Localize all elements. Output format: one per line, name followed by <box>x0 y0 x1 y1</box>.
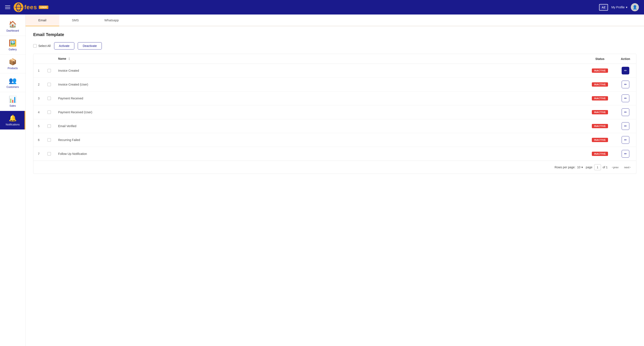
logo-text: fees <box>24 4 37 11</box>
sidebar-item-label: Customers <box>6 86 19 89</box>
hamburger-menu[interactable] <box>5 6 10 9</box>
sidebar-item-label: Products <box>8 67 18 70</box>
edit-button[interactable]: ✏ <box>622 81 629 88</box>
col-num <box>34 54 44 64</box>
row-num: 4 <box>34 105 44 119</box>
row-name: Payment Received <box>55 92 585 105</box>
select-all-wrapper: Select All <box>33 44 51 48</box>
edit-button[interactable]: ✏ <box>622 136 629 144</box>
row-status: INACTIVE <box>585 119 615 133</box>
tab-sms[interactable]: SMS <box>59 15 92 26</box>
row-name: Payment Received (User) <box>55 105 585 119</box>
table-row: 2 Invoice Created (User) INACTIVE ✏ <box>34 78 636 92</box>
tab-whatsapp[interactable]: Whatsapp <box>92 15 132 26</box>
col-check <box>44 54 55 64</box>
main-layout: 🏠 Dashboard 🖼️ Gallery 📦 Products 👥 Cust… <box>0 15 644 346</box>
sidebar-item-products[interactable]: 📦 Products <box>0 55 25 73</box>
row-checkbox[interactable] <box>48 110 51 114</box>
select-all-checkbox[interactable] <box>33 44 37 48</box>
sidebar-item-label: Notifications <box>6 123 20 126</box>
row-num: 5 <box>34 119 44 133</box>
profile-link[interactable]: My Profile ▾ <box>612 6 628 9</box>
rows-per-page-select[interactable]: 10 ▾ <box>577 165 583 169</box>
col-action: Action <box>615 54 636 64</box>
navbar-right: AZ My Profile ▾ 👤 <box>599 3 639 11</box>
row-num: 6 <box>34 133 44 147</box>
navbar-left: fees USER <box>5 2 48 12</box>
sidebar-item-label: Gallery <box>8 48 16 51</box>
edit-button[interactable]: ✏ <box>622 122 629 130</box>
sidebar-item-notifications[interactable]: 🔔 Notifications <box>0 111 25 129</box>
row-action: ✏ <box>615 105 636 119</box>
table-header: Name ▲ ▼ Status Action <box>34 54 636 64</box>
status-badge: INACTIVE <box>592 138 608 142</box>
sidebar-item-label: Dashboard <box>6 29 19 32</box>
current-page-box[interactable]: 1 <box>594 164 601 170</box>
table-body: 1 Invoice Created INACTIVE ✏ 2 Invoice C… <box>34 64 636 161</box>
avatar: 👤 <box>631 3 639 11</box>
profile-dropdown-icon: ▾ <box>626 6 628 9</box>
row-status: INACTIVE <box>585 147 615 161</box>
rows-per-page-value: 10 <box>577 165 580 169</box>
col-status: Status <box>585 54 615 64</box>
deactivate-button[interactable]: Deactivate <box>78 42 102 50</box>
row-action: ✏ <box>615 133 636 147</box>
sales-icon: 📊 <box>9 96 16 103</box>
row-name: Invoice Created <box>55 64 585 78</box>
table-row: 6 Recurring Failed INACTIVE ✏ <box>34 133 636 147</box>
status-badge: INACTIVE <box>592 69 608 73</box>
sidebar-item-customers[interactable]: 👥 Customers <box>0 73 25 92</box>
table: Name ▲ ▼ Status Action 1 <box>34 54 636 161</box>
row-name: Recurring Failed <box>55 133 585 147</box>
activate-button[interactable]: Activate <box>54 42 74 50</box>
next-button[interactable]: next › <box>623 165 632 170</box>
status-badge: INACTIVE <box>592 82 608 87</box>
total-pages-label: of 1 <box>603 165 608 169</box>
edit-button[interactable]: ✏ <box>622 94 629 102</box>
row-action: ✏ <box>615 92 636 105</box>
sidebar-item-sales[interactable]: 📊 Sales <box>0 92 25 111</box>
row-checkbox-cell <box>44 64 55 78</box>
row-checkbox[interactable] <box>48 138 51 142</box>
edit-button[interactable]: ✏ <box>622 150 629 158</box>
pagination-row: Rows per page: 10 ▾ page 1 of 1 ‹ prev <box>34 161 636 174</box>
row-checkbox[interactable] <box>48 152 51 155</box>
tab-email[interactable]: Email <box>26 15 59 26</box>
profile-label: My Profile <box>612 6 624 9</box>
status-badge: INACTIVE <box>592 124 608 128</box>
sidebar-item-dashboard[interactable]: 🏠 Dashboard <box>0 17 25 36</box>
gallery-icon: 🖼️ <box>9 39 16 47</box>
sidebar-item-label: Sales <box>9 104 16 107</box>
sidebar-item-gallery[interactable]: 🖼️ Gallery <box>0 36 25 55</box>
edit-button[interactable]: ✏ <box>622 108 629 116</box>
row-num: 2 <box>34 78 44 92</box>
row-checkbox[interactable] <box>48 69 51 72</box>
row-status: INACTIVE <box>585 133 615 147</box>
row-checkbox[interactable] <box>48 97 51 100</box>
user-badge: USER <box>39 6 48 9</box>
row-name: Email Verified <box>55 119 585 133</box>
row-checkbox[interactable] <box>48 83 51 86</box>
row-checkbox[interactable] <box>48 124 51 128</box>
language-button[interactable]: AZ <box>599 4 608 11</box>
row-status: INACTIVE <box>585 78 615 92</box>
row-checkbox-cell <box>44 119 55 133</box>
row-num: 3 <box>34 92 44 105</box>
row-status: INACTIVE <box>585 64 615 78</box>
customers-icon: 👥 <box>9 77 16 84</box>
table-row: 7 Follow Up Notification INACTIVE ✏ <box>34 147 636 161</box>
prev-button[interactable]: ‹ prev <box>610 165 620 170</box>
row-action: ✏ <box>615 147 636 161</box>
logo-container: fees USER <box>14 2 48 12</box>
tab-bar: Email SMS Whatsapp <box>26 15 644 26</box>
row-name: Invoice Created (User) <box>55 78 585 92</box>
edit-button[interactable]: ✏ <box>622 67 629 74</box>
row-checkbox-cell <box>44 133 55 147</box>
sidebar: 🏠 Dashboard 🖼️ Gallery 📦 Products 👥 Cust… <box>0 15 26 346</box>
row-status: INACTIVE <box>585 92 615 105</box>
content-inner: Email Template Select All Activate Deact… <box>26 26 644 180</box>
rows-per-page: Rows per page: 10 ▾ <box>554 165 583 169</box>
status-badge: INACTIVE <box>592 110 608 114</box>
page-label: page <box>586 165 592 169</box>
row-num: 7 <box>34 147 44 161</box>
